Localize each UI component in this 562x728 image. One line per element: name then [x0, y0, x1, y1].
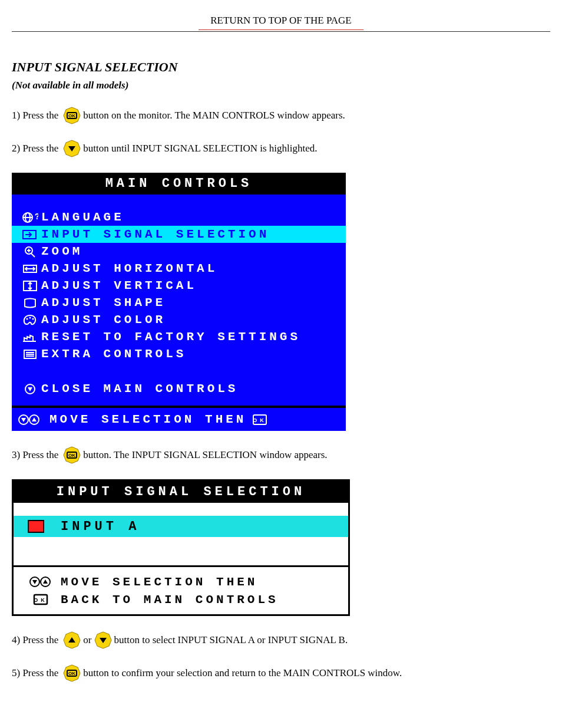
step-4-text-c: button to select INPUT SIGNAL A or INPUT…: [114, 634, 348, 646]
menu-item-adjust-color[interactable]: ADJUST COLOR: [12, 311, 346, 328]
vertical-arrows-icon: [19, 279, 41, 292]
osd-main-controls: MAIN CONTROLS ? LANGUAGE INPUT SIGNAL SE…: [12, 173, 346, 431]
svg-text:OK: OK: [68, 453, 75, 458]
menu-item-close[interactable]: CLOSE MAIN CONTROLS: [12, 380, 346, 397]
step-1-text-a: 1) Press the: [12, 110, 58, 121]
shape-icon: [19, 297, 41, 309]
svg-text:OK: OK: [253, 417, 267, 423]
menu-item-label: ADJUST VERTICAL: [41, 279, 197, 292]
svg-text:OK: OK: [34, 597, 48, 603]
ok-button-icon: OK: [63, 107, 81, 124]
menu-item-extra-controls[interactable]: EXTRA CONTROLS: [12, 345, 346, 363]
svg-point-20: [29, 317, 31, 318]
menu-item-adjust-shape[interactable]: ADJUST SHAPE: [12, 294, 346, 311]
svg-marker-28: [28, 387, 32, 391]
step-4-text-a: 4) Press the: [12, 634, 58, 646]
step-5: 5) Press the OK button to confirm your s…: [12, 664, 562, 682]
list-icon: [19, 348, 41, 361]
svg-marker-41: [43, 579, 48, 584]
red-box-icon: [28, 520, 44, 533]
step-2-text-b: button until INPUT SIGNAL SELECTION is h…: [83, 143, 317, 154]
menu-item-adjust-vertical[interactable]: ADJUST VERTICAL: [12, 277, 346, 294]
magnifier-plus-icon: [19, 245, 41, 258]
menu-item-label: INPUT SIGNAL SELECTION: [41, 228, 269, 241]
osd-sel-footer-text1: MOVE SELECTION THEN: [61, 575, 257, 589]
menu-item-label: ZOOM: [41, 245, 82, 258]
step-1: 1) Press the OK button on the monitor. T…: [12, 107, 562, 124]
svg-marker-32: [32, 417, 37, 421]
menu-item-label: ADJUST SHAPE: [41, 296, 166, 309]
ok-button-icon: OK: [63, 664, 81, 682]
osd-input-signal-selection: INPUT SIGNAL SELECTION INPUT A MOVE SELE…: [12, 479, 350, 616]
svg-point-21: [32, 318, 34, 319]
osd-sel-footer-text2: BACK TO MAIN CONTROLS: [61, 593, 279, 607]
input-arrow-icon: [19, 228, 41, 241]
input-a-label: INPUT A: [61, 519, 140, 534]
section-title: INPUT SIGNAL SELECTION: [12, 60, 562, 75]
ok-box-icon: OK: [28, 594, 54, 605]
step-4-text-b: or: [83, 634, 91, 646]
svg-text:?: ?: [35, 212, 38, 222]
ok-box-icon: OK: [252, 414, 267, 426]
step-5-text-a: 5) Press the: [12, 667, 58, 679]
availability-note: (Not available in all models): [12, 80, 562, 91]
step-1-text-b: button on the monitor. The MAIN CONTROLS…: [83, 110, 345, 121]
osd-main-body: ? LANGUAGE INPUT SIGNAL SELECTION ZOOM A…: [12, 195, 346, 406]
menu-item-label: EXTRA CONTROLS: [41, 347, 186, 361]
osd-footer-text: MOVE SELECTION THEN: [49, 413, 246, 426]
down-button-icon: [94, 631, 112, 649]
step-3-text-a: 3) Press the: [12, 449, 58, 461]
menu-item-zoom[interactable]: ZOOM: [12, 243, 346, 260]
menu-item-label: ADJUST COLOR: [41, 313, 166, 327]
return-to-top-link[interactable]: RETURN TO TOP OF THE PAGE: [12, 0, 550, 32]
step-2-text-a: 2) Press the: [12, 143, 58, 154]
step-5-text-b: button to confirm your selection and ret…: [83, 667, 402, 679]
palette-icon: [19, 314, 41, 327]
horizontal-arrows-icon: [19, 262, 41, 275]
menu-item-input-signal[interactable]: INPUT SIGNAL SELECTION: [12, 226, 346, 243]
osd-sel-footer: MOVE SELECTION THEN OK BACK TO MAIN CONT…: [14, 567, 348, 614]
down-circle-icon: [19, 383, 41, 396]
globe-question-icon: ?: [19, 211, 41, 224]
menu-item-reset-factory[interactable]: RESET TO FACTORY SETTINGS: [12, 328, 346, 345]
svg-point-19: [27, 318, 28, 319]
svg-marker-39: [32, 580, 37, 584]
menu-item-language[interactable]: ? LANGUAGE: [12, 209, 346, 226]
down-up-circle-icon: [28, 576, 54, 588]
step-2: 2) Press the button until INPUT SIGNAL S…: [12, 140, 562, 157]
down-up-circle-icon: [18, 414, 41, 426]
menu-item-label: RESET TO FACTORY SETTINGS: [41, 330, 300, 344]
step-4: 4) Press the or button to select INPUT S…: [12, 631, 562, 649]
input-a-option[interactable]: INPUT A: [14, 516, 348, 537]
svg-marker-30: [21, 418, 26, 422]
menu-item-label: LANGUAGE: [41, 210, 124, 224]
menu-item-label: ADJUST HORIZONTAL: [41, 262, 217, 275]
osd-main-footer: MOVE SELECTION THEN OK: [12, 406, 346, 431]
menu-item-adjust-horizontal[interactable]: ADJUST HORIZONTAL: [12, 260, 346, 277]
top-link-underline: [199, 29, 363, 30]
osd-sel-title: INPUT SIGNAL SELECTION: [14, 481, 348, 503]
factory-icon: [19, 331, 41, 344]
osd-main-title: MAIN CONTROLS: [12, 173, 346, 195]
svg-text:OK: OK: [68, 113, 75, 118]
svg-line-12: [31, 253, 35, 257]
step-3-text-b: button. The INPUT SIGNAL SELECTION windo…: [83, 449, 327, 461]
svg-text:OK: OK: [68, 671, 75, 676]
ok-button-icon: OK: [63, 446, 81, 464]
up-button-icon: [63, 631, 81, 649]
step-3: 3) Press the OK button. The INPUT SIGNAL…: [12, 446, 562, 464]
menu-item-label: CLOSE MAIN CONTROLS: [41, 382, 238, 396]
down-button-icon: [63, 140, 81, 157]
